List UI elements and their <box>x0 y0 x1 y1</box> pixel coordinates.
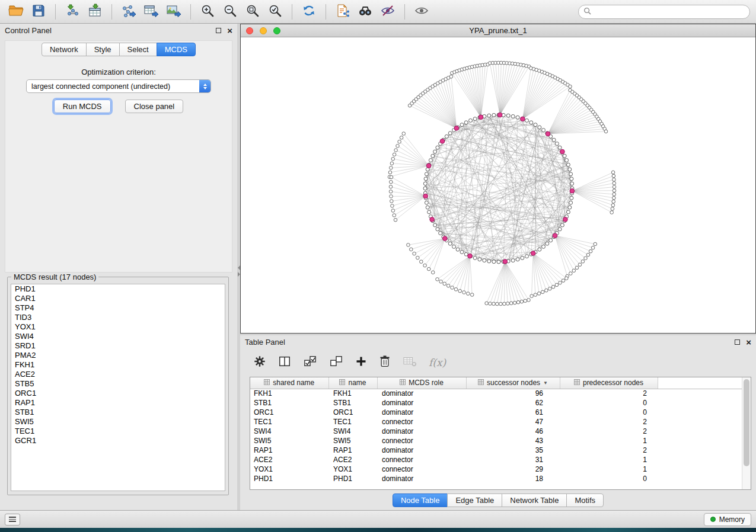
table-cell[interactable]: ACE2 <box>328 455 377 464</box>
table-cell[interactable]: 0 <box>560 408 658 417</box>
mcds-result-item[interactable]: RAP1 <box>11 398 225 408</box>
show-glyphs-button[interactable] <box>412 3 432 21</box>
export-table-button[interactable] <box>141 3 161 21</box>
tab-style[interactable]: Style <box>86 43 120 56</box>
mcds-result-item[interactable]: SWI5 <box>11 417 225 427</box>
scrollbar-thumb[interactable] <box>744 379 749 466</box>
table-cell[interactable]: 2 <box>560 389 658 398</box>
import-table-button[interactable] <box>85 3 105 21</box>
table-cell[interactable]: PHD1 <box>250 474 328 483</box>
table-cell[interactable]: FKH1 <box>328 389 377 398</box>
table-row[interactable]: ORC1ORC1dominator610 <box>250 408 751 417</box>
table-row[interactable]: FKH1FKH1dominator962 <box>250 389 751 398</box>
table-cell[interactable]: 1 <box>560 455 658 464</box>
show-columns-button[interactable] <box>278 355 291 370</box>
table-cell[interactable]: connector <box>377 455 466 464</box>
table-cell[interactable]: connector <box>377 464 466 474</box>
search-input[interactable] <box>595 8 745 16</box>
table-cell[interactable]: dominator <box>377 389 466 398</box>
column-header-predecessor-nodes[interactable]: predecessor nodes <box>560 377 658 389</box>
mcds-result-item[interactable]: GCR1 <box>11 436 225 446</box>
mcds-result-item[interactable]: PHD1 <box>11 284 225 294</box>
table-cell[interactable]: SWI5 <box>328 436 377 446</box>
export-network-button[interactable] <box>119 3 139 21</box>
close-panel-button[interactable]: Close panel <box>125 100 184 113</box>
tab-mcds[interactable]: MCDS <box>157 43 196 56</box>
mcds-result-item[interactable]: STB5 <box>11 379 225 389</box>
table-row[interactable]: SWI5SWI5connector431 <box>250 436 751 446</box>
table-cell[interactable]: YOX1 <box>250 464 328 474</box>
mcds-result-item[interactable]: TEC1 <box>11 427 225 436</box>
table-row[interactable]: YOX1YOX1connector291 <box>250 464 751 474</box>
mcds-result-item[interactable]: FKH1 <box>11 360 225 370</box>
table-row[interactable]: RAP1RAP1dominator352 <box>250 446 751 455</box>
save-session-button[interactable] <box>28 3 49 21</box>
delete-column-button[interactable] <box>379 355 391 370</box>
network-canvas[interactable] <box>241 37 755 333</box>
mcds-result-item[interactable]: CAR1 <box>11 294 225 303</box>
table-cell[interactable]: dominator <box>377 446 466 455</box>
table-cell[interactable]: TEC1 <box>250 417 328 427</box>
function-builder-button[interactable]: f(x) <box>429 357 446 368</box>
table-cell[interactable]: 31 <box>466 455 560 464</box>
mcds-result-item[interactable]: SRD1 <box>11 341 225 351</box>
mcds-result-item[interactable]: ORC1 <box>11 389 225 398</box>
table-cell[interactable]: 62 <box>466 398 560 408</box>
table-cell[interactable]: STB1 <box>250 398 328 408</box>
mcds-result-item[interactable]: SWI4 <box>11 332 225 341</box>
mcds-result-item[interactable]: YOX1 <box>11 322 225 332</box>
unselect-all-button[interactable] <box>329 355 343 370</box>
table-row[interactable]: PHD1PHD1dominator180 <box>250 474 751 483</box>
table-cell[interactable]: 2 <box>560 427 658 436</box>
table-cell[interactable]: 0 <box>560 474 658 483</box>
table-cell[interactable]: PHD1 <box>328 474 377 483</box>
column-header-mcds-role[interactable]: MCDS role <box>377 377 466 389</box>
refresh-button[interactable] <box>299 3 319 21</box>
minimize-window-icon[interactable] <box>260 27 267 34</box>
table-cell[interactable]: connector <box>377 417 466 427</box>
table-cell[interactable]: dominator <box>377 427 466 436</box>
delete-table-button[interactable] <box>403 355 417 370</box>
tab-motifs[interactable]: Motifs <box>566 493 604 507</box>
table-cell[interactable]: 2 <box>560 417 658 427</box>
zoom-out-button[interactable] <box>220 3 240 21</box>
mcds-result-item[interactable]: TID3 <box>11 313 225 322</box>
tab-network-table[interactable]: Network Table <box>502 493 567 507</box>
table-cell[interactable]: YOX1 <box>328 464 377 474</box>
tab-edge-table[interactable]: Edge Table <box>447 493 502 507</box>
table-row[interactable]: TEC1TEC1connector472 <box>250 417 751 427</box>
table-cell[interactable]: 1 <box>560 436 658 446</box>
table-cell[interactable]: SWI4 <box>328 427 377 436</box>
tab-select[interactable]: Select <box>119 43 157 56</box>
optimization-criterion-select[interactable]: largest connected component (undirected) <box>26 79 211 93</box>
table-cell[interactable]: FKH1 <box>250 389 328 398</box>
zoom-window-icon[interactable] <box>273 27 280 34</box>
close-table-panel-icon[interactable]: × <box>746 338 751 347</box>
table-cell[interactable]: SWI5 <box>250 436 328 446</box>
table-cell[interactable]: 29 <box>466 464 560 474</box>
zoom-in-button[interactable] <box>197 3 218 21</box>
table-cell[interactable]: ORC1 <box>250 408 328 417</box>
table-cell[interactable]: SWI4 <box>250 427 328 436</box>
table-cell[interactable]: RAP1 <box>250 446 328 455</box>
table-cell[interactable]: 96 <box>466 389 560 398</box>
table-settings-button[interactable] <box>253 355 266 370</box>
mcds-result-item[interactable]: STB1 <box>11 408 225 417</box>
table-cell[interactable]: 35 <box>466 446 560 455</box>
column-header-successor-nodes[interactable]: successor nodes▼ <box>466 377 560 389</box>
zoom-selected-button[interactable] <box>265 3 285 21</box>
table-row[interactable]: ACE2ACE2connector311 <box>250 455 751 464</box>
mcds-result-item[interactable]: STP4 <box>11 303 225 313</box>
network-window-titlebar[interactable]: YPA_prune.txt_1 <box>241 24 755 37</box>
table-cell[interactable]: 0 <box>560 398 658 408</box>
share-document-button[interactable] <box>333 3 353 21</box>
close-panel-icon[interactable]: × <box>227 26 232 35</box>
table-cell[interactable]: dominator <box>377 408 466 417</box>
table-cell[interactable]: connector <box>377 436 466 446</box>
open-session-button[interactable] <box>6 3 26 21</box>
table-cell[interactable]: 61 <box>466 408 560 417</box>
import-network-button[interactable] <box>62 3 82 21</box>
table-cell[interactable]: ACE2 <box>250 455 328 464</box>
table-cell[interactable]: 1 <box>560 464 658 474</box>
float-panel-icon[interactable] <box>216 28 221 33</box>
